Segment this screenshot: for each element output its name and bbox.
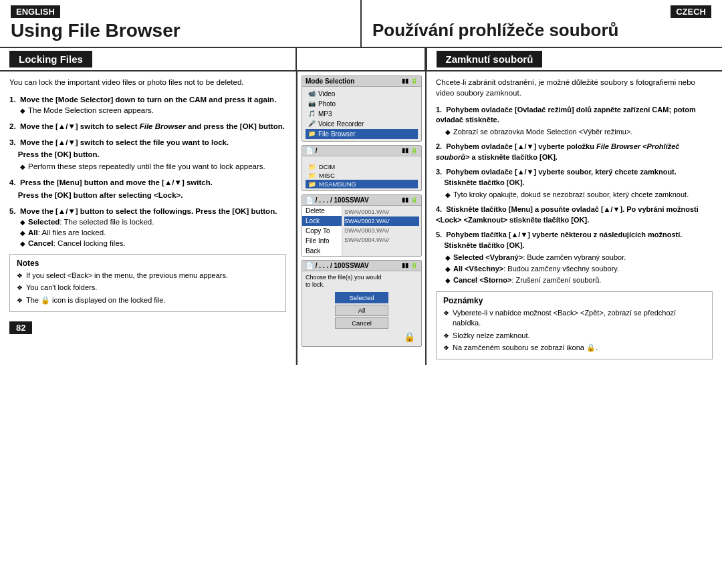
- main-title-cz: Používání prohlížeče souborů: [372, 21, 711, 40]
- lang-badge-en: ENGLISH: [11, 5, 60, 18]
- step-1-en: 1. Move the [Mode Selector] down to turn…: [9, 94, 286, 116]
- step-5-bullet1: Selected: The selected file is locked.: [20, 216, 286, 227]
- screen-3-header: 📄 / ▮▮ 🔋: [302, 146, 421, 156]
- step-1-cz-bullet: Zobrazí se obrazovka Mode Selection <Výb…: [445, 127, 713, 137]
- pozn-item-2: Složky nelze zamknout.: [443, 331, 705, 341]
- screen-6-body: Choose the file(s) you wouldto lock. Sel…: [302, 271, 421, 346]
- step-3-bold: 3. Move the [▲/▼] switch to select the f…: [9, 138, 229, 146]
- lock-btn-cancel: Cancel: [335, 317, 388, 329]
- step-3-en: 3. Move the [▲/▼] switch to select the f…: [9, 137, 286, 172]
- step-5-cz-bullet2: All <Všechny>: Budou zamčeny všechny sou…: [445, 264, 713, 274]
- page-number: 82: [9, 321, 32, 334]
- step-1-bullet: The Mode Selection screen appears.: [20, 105, 286, 116]
- wav-file-4: SWAV0004.WAV: [344, 235, 419, 245]
- wav-menu-lock: Lock: [302, 216, 342, 226]
- screen-4-header: 📄 / . . . / 100SSWAV ▮▮ 🔋: [302, 195, 421, 206]
- step-5-cz: 5. Pohybem tlačítka [▲/▼] vyberte někter…: [436, 230, 713, 286]
- wav-file-2: SWAV0002.WAV: [344, 216, 419, 226]
- screen-3: 3 📄 / ▮▮ 🔋 📁 DCIM 📁 MISC 📁 MSAMSUNG: [302, 145, 422, 191]
- lock-icon: 🔒: [306, 330, 418, 343]
- screen-6-header: 📄 / . . . / 100SSWAV ▮▮ 🔋: [302, 261, 421, 271]
- screen-2-header: Mode Selection ▮▮ 🔋: [302, 76, 421, 87]
- notes-item-2-en: You can't lock folders.: [17, 283, 279, 293]
- screen-4-icons: ▮▮ 🔋: [402, 196, 418, 203]
- pozn-item-1: Vyberete-li v nabídce možnost <Back> <Zp…: [443, 308, 705, 329]
- screen-3-icons: ▮▮ 🔋: [402, 147, 418, 154]
- screen-2-icons: ▮▮ 🔋: [402, 78, 418, 84]
- lock-btn-selected: Selected: [335, 292, 388, 303]
- wav-menu-copy: Copy To: [302, 226, 342, 236]
- wav-menu-delete: Delete: [302, 206, 342, 216]
- menu-mp3: 🎵 MP3: [306, 109, 418, 119]
- screen-3-title: 📄 /: [306, 147, 318, 154]
- notes-box-en: Notes If you select <Back> in the menu, …: [9, 254, 286, 312]
- intro-text-en: You can lock the important video files o…: [9, 77, 286, 88]
- step-5-bold: 5. Move the [▲/▼] button to select the f…: [9, 207, 277, 215]
- notes-title-en: Notes: [17, 259, 279, 268]
- step-1-cz: 1. Pohybem ovladače [Ovladač režimů] dol…: [436, 105, 713, 137]
- wav-file-1: SWAV0001.WAV: [344, 207, 419, 216]
- file-dcim: 📁 DCIM: [306, 162, 418, 171]
- step-4-en: 4. Press the [Menu] button and move the …: [9, 177, 286, 200]
- lock-btn-all: All: [335, 305, 388, 316]
- section-title-en: Locking Files: [9, 51, 92, 67]
- file-msamsung: 📁 MSAMSUNG: [306, 180, 418, 188]
- right-column: Chcete-li zabránit odstranění, je možné …: [427, 71, 722, 365]
- screen-6: 6 📄 / . . . / 100SSWAV ▮▮ 🔋 Choose the f…: [302, 260, 422, 347]
- center-screenshots: 2 Mode Selection ▮▮ 🔋 📹 Video 📷 Photo 🎵 …: [296, 71, 427, 365]
- screen-4: 4 📄 / . . . / 100SSWAV ▮▮ 🔋 Delete Lock …: [302, 194, 422, 257]
- step-2-cz: 2. Pohybem ovladače [▲/▼] vyberte položk…: [436, 142, 713, 162]
- step-4-bold1: 4. Press the [Menu] button and move the …: [9, 178, 213, 186]
- main-title-en: Using File Browser: [11, 21, 350, 41]
- intro-text-cz: Chcete-li zabránit odstranění, je možné …: [436, 77, 713, 98]
- step-5-cz-ok: Stiskněte tlačítko [OK].: [436, 241, 713, 251]
- screen-6-icons: ▮▮ 🔋: [402, 262, 418, 269]
- step-2-en: 2. Move the [▲/▼] switch to select File …: [9, 121, 286, 132]
- step-4-pressok: Press the [OK] button after selecting <L…: [9, 190, 286, 200]
- file-misc: 📁 MISC: [306, 171, 418, 180]
- step-5-cz-bullet3: Cancel <Storno>: Zrušení zamčení souborů…: [445, 275, 713, 285]
- pozn-item-3: Na zamčeném souboru se zobrazí ikona 🔒.: [443, 343, 705, 353]
- screen-4-title: 📄 / . . . / 100SSWAV: [306, 196, 369, 204]
- step-5-cz-bullet1: Selected <Vybraný>: Bude zamčen vybraný …: [445, 253, 713, 263]
- step-5-bullet3: Cancel: Cancel locking files.: [20, 238, 286, 249]
- step-3-cz-bullet: Tyto kroky opakujte, dokud se nezobrazí …: [445, 190, 713, 200]
- notes-item-1-en: If you select <Back> in the menu, the pr…: [17, 271, 279, 281]
- lock-prompt: Choose the file(s) you wouldto lock.: [306, 274, 418, 289]
- poznamky-box: Poznámky Vyberete-li v nabídce možnost <…: [436, 291, 713, 360]
- main-content: You can lock the important video files o…: [0, 71, 722, 365]
- step-4-cz: 4. Stiskněte tlačítko [Menu] a posuňte o…: [436, 204, 713, 225]
- notes-item-3-en: The 🔒 icon is displayed on the locked fi…: [17, 295, 279, 305]
- step-3-cz-ok: Stiskněte tlačítko [OK].: [436, 178, 713, 188]
- left-column: You can lock the important video files o…: [0, 71, 296, 365]
- step-3-bullet: Perform these steps repeatedly until the…: [20, 161, 286, 172]
- step-5-bullet2: All: All files are locked.: [20, 227, 286, 238]
- wav-file-3: SWAV0003.WAV: [344, 226, 419, 235]
- wav-menu-back: Back: [302, 246, 342, 256]
- menu-voice: 🎤 Voice Recorder: [306, 119, 418, 129]
- menu-filebrowser: 📁 File Browser: [306, 129, 418, 139]
- poznamky-title: Poznámky: [443, 296, 705, 305]
- screen-6-title: 📄 / . . . / 100SSWAV: [306, 262, 369, 269]
- menu-photo: 📷 Photo: [306, 99, 418, 109]
- screen-4-body: Delete Lock Copy To File Info Back SWAV0…: [302, 206, 421, 256]
- step-3-cz: 3. Pohybem ovladače [▲/▼] vyberte soubor…: [436, 167, 713, 200]
- section-title-cz: Zamknutí souborů: [437, 51, 543, 67]
- step-1-bold: 1. Move the [Mode Selector] down to turn…: [9, 96, 276, 104]
- page-header: ENGLISH Using File Browser CZECH Používá…: [0, 0, 722, 71]
- lang-badge-cz: CZECH: [671, 5, 711, 18]
- screen-3-body: 📁 DCIM 📁 MISC 📁 MSAMSUNG: [302, 156, 421, 190]
- screen-2: 2 Mode Selection ▮▮ 🔋 📹 Video 📷 Photo 🎵 …: [302, 76, 422, 142]
- menu-video: 📹 Video: [306, 89, 418, 99]
- step-3-pressok: Press the [OK] button.: [9, 149, 286, 160]
- screen-2-title: Mode Selection: [306, 78, 354, 85]
- step-5-en: 5. Move the [▲/▼] button to select the f…: [9, 206, 286, 249]
- screen-2-body: 📹 Video 📷 Photo 🎵 MP3 🎤 Voice Recorder 📁…: [302, 87, 421, 141]
- wav-menu-info: File Info: [302, 236, 342, 246]
- step-2-label: 2. Move the [▲/▼] switch to select File …: [9, 122, 285, 130]
